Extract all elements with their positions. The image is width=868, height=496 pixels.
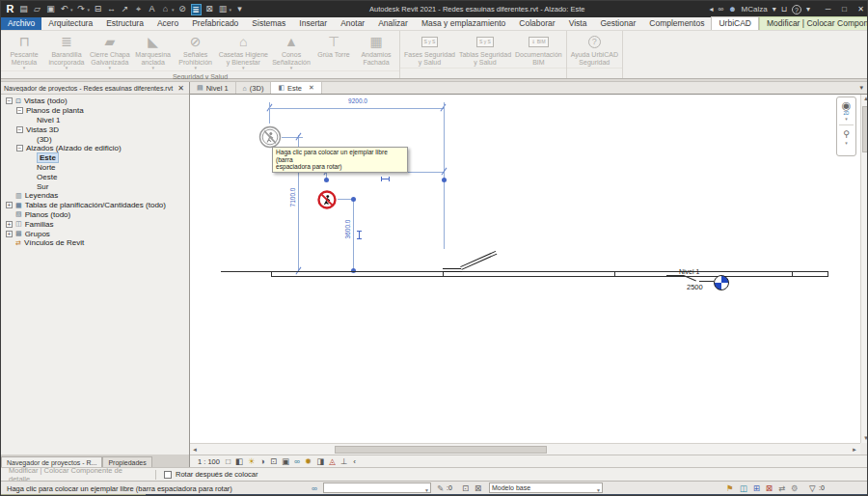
tree-item-grupos[interactable]: +▩Grupos: [1, 229, 189, 238]
view-tab-este[interactable]: ◧Este✕: [271, 82, 322, 94]
search-collapse-icon[interactable]: ◂: [709, 5, 713, 14]
tree-item-vistas-todo[interactable]: −⊡Vistas (todo): [1, 96, 189, 106]
tree-item-vistas-3d[interactable]: −Vistas 3D: [1, 124, 189, 134]
collapse-icon[interactable]: −: [6, 97, 13, 104]
witness-grip-dot[interactable]: [351, 197, 356, 202]
file-menu-icon[interactable]: ▤: [18, 4, 29, 15]
prohibition-sign-element[interactable]: [317, 190, 337, 209]
ribbon-tab-arquitectura[interactable]: Arquitectura: [41, 17, 99, 30]
dropdown-arrow-icon[interactable]: ▾: [88, 7, 91, 13]
open-icon[interactable]: ▱: [32, 4, 42, 15]
tree-item-sur[interactable]: Sur: [1, 181, 189, 191]
switch-windows-icon[interactable]: ▥: [218, 4, 229, 15]
store-icon[interactable]: ⊔: [781, 5, 787, 14]
ribbon-button-tablas-seguridad-y-salud[interactable]: S y STablas Seguridady Salud: [457, 33, 513, 66]
tag-icon[interactable]: ⌖: [133, 4, 144, 15]
settings-icon[interactable]: ⚙: [791, 483, 799, 493]
close-hidden-windows-icon[interactable]: ⊠: [204, 4, 215, 15]
search-icon[interactable]: ∞: [718, 5, 723, 14]
save-icon[interactable]: ▣: [45, 4, 56, 15]
ribbon-button-fases-seguridad-y-salud[interactable]: S y SFases Seguridady Salud: [402, 33, 457, 66]
account-icon[interactable]: ☻: [728, 5, 736, 14]
temporary-hide-isolate-icon[interactable]: ∞: [294, 456, 300, 466]
ribbon-button-barandilla-incorporada[interactable]: ≣Barandillaincorporada▾: [45, 33, 88, 70]
dropdown-arrow-icon[interactable]: ▾: [70, 7, 73, 13]
steering-wheel-icon[interactable]: ◉: [842, 99, 852, 111]
shadows-icon[interactable]: ◑: [260, 456, 265, 466]
zoom-tool-icon[interactable]: ⚲: [843, 128, 850, 140]
revit-logo[interactable]: R: [5, 4, 15, 15]
help-icon[interactable]: ?: [792, 5, 801, 14]
crop-view-icon[interactable]: ⊡: [270, 456, 277, 466]
ribbon-button-senales-prohibicion[interactable]: ⊘SeñalesProhibición▾: [175, 33, 217, 70]
recent-commands-combobox[interactable]: ▼: [323, 482, 431, 493]
zoom-menu-icon[interactable]: ▾: [845, 141, 848, 146]
status-search-icon[interactable]: ∞: [312, 483, 317, 493]
drawing-canvas[interactable]: 9200.0 6200.0 7100.0 3600.0: [190, 95, 860, 443]
aligned-dimension-icon[interactable]: ↗: [120, 4, 130, 15]
dimension-value-inner[interactable]: 3600.0: [344, 209, 351, 250]
dimension-text-grip[interactable]: [381, 177, 390, 181]
pencil-icon[interactable]: ✎: [437, 483, 444, 493]
scroll-down-icon[interactable]: ▼: [863, 434, 868, 442]
ribbon-button-cierre-chapa-galvanizada[interactable]: ▰Cierre ChapaGalvanizada▾: [88, 33, 132, 70]
view-tab-nivel-1[interactable]: ▤Nivel 1: [190, 82, 236, 94]
account-menu-icon[interactable]: ▾: [773, 5, 776, 14]
ribbon-tab-masa-y-emplazamiento[interactable]: Masa y emplazamiento: [415, 17, 512, 30]
ribbon-tab-estructura[interactable]: Estructura: [99, 17, 150, 30]
manage-links-icon[interactable]: ⊞: [753, 483, 760, 493]
text-icon[interactable]: A: [147, 4, 157, 15]
tree-item-familias[interactable]: +◫Familias: [1, 219, 189, 229]
dropdown-arrow-icon[interactable]: ▾: [230, 7, 232, 13]
scale-control[interactable]: 1 : 100: [198, 457, 220, 466]
links-window-icon[interactable]: ⊠: [475, 483, 481, 493]
ribbon-tab-colaborar[interactable]: Colaborar: [512, 17, 561, 30]
dimension-value-left[interactable]: 7100.0: [289, 178, 296, 218]
ribbon-tab-urbicad[interactable]: UrbiCAD: [711, 16, 759, 30]
level-name[interactable]: Nivel 1: [679, 268, 699, 275]
ribbon-tab-anotar[interactable]: Anotar: [334, 17, 371, 30]
tree-item-oeste[interactable]: Oeste: [1, 172, 189, 181]
scroll-left-icon[interactable]: ◄: [192, 446, 198, 454]
ribbon-button-andamios-fachada[interactable]: ▦AndamiosFachada: [355, 33, 397, 66]
ribbon-tab-archivo[interactable]: Archivo: [1, 17, 41, 30]
tree-item-planos-de-planta[interactable]: −Planos de planta: [1, 106, 189, 116]
tree-item-vinculos-de-revit[interactable]: ⇄Vínculos de Revit: [1, 238, 189, 248]
level-elevation[interactable]: 2500: [687, 284, 703, 290]
view-tab-3d[interactable]: ⌂(3D): [236, 82, 272, 94]
vcb-expand-icon[interactable]: ‹: [353, 457, 356, 466]
dropdown-arrow-icon[interactable]: ▾: [172, 7, 175, 13]
exclude-options-icon[interactable]: ⊠: [766, 483, 773, 493]
ribbon-button-conos-senalizacion[interactable]: ▲ConosSeñalización▾: [270, 33, 312, 70]
tree-item-leyendas[interactable]: ▥Leyendas: [1, 191, 189, 201]
measure-icon[interactable]: ↔: [106, 4, 117, 15]
worksets-icon[interactable]: ◫: [740, 483, 747, 493]
show-crop-region-icon[interactable]: ▣: [282, 456, 289, 466]
vertical-scroll-thumb[interactable]: [862, 106, 868, 152]
filter-icon[interactable]: ▽: [809, 483, 816, 493]
ribbon-button-pescante-mensula[interactable]: ⊓PescanteMénsula▾: [3, 33, 45, 70]
ribbon-tab-vista[interactable]: Vista: [562, 17, 594, 30]
reveal-hidden-elements-icon[interactable]: ✹: [305, 456, 312, 466]
worksharing-display-icon[interactable]: ⚑: [726, 483, 734, 493]
tree-item-este[interactable]: Este: [1, 153, 189, 163]
ribbon-tab-gestionar[interactable]: Gestionar: [593, 17, 642, 30]
expand-icon[interactable]: +: [6, 221, 13, 228]
slab-bottom-line[interactable]: [271, 276, 828, 277]
close-icon[interactable]: ✕: [176, 84, 186, 93]
temporary-view-properties-icon[interactable]: ◨: [316, 456, 324, 466]
detail-level-icon[interactable]: □: [226, 456, 231, 466]
scroll-up-icon[interactable]: ▲: [863, 95, 868, 102]
dimension-text-grip[interactable]: [357, 231, 362, 239]
ribbon-button-casetas-higiene-y-bienestar[interactable]: ⌂Casetas Higieney Bienestar▾: [217, 33, 270, 70]
design-option-combobox[interactable]: Modelo base▼: [489, 482, 603, 493]
tree-item-planos-todo[interactable]: ▧Planos (todo): [1, 210, 189, 220]
expand-icon[interactable]: +: [6, 231, 13, 237]
default-3d-view-icon[interactable]: ⌂: [160, 4, 171, 15]
scroll-right-icon[interactable]: ►: [852, 446, 857, 454]
view-tabs-menu-icon[interactable]: ▾: [854, 82, 868, 94]
redo-icon[interactable]: ↷: [76, 4, 87, 15]
hide-analytical-model-icon[interactable]: ◬: [329, 456, 336, 466]
ribbon-button-documentacion-bim[interactable]: ⇓ BIMDocumentaciónBIM: [513, 33, 564, 66]
press-drag-icon[interactable]: ⇄: [778, 483, 785, 493]
